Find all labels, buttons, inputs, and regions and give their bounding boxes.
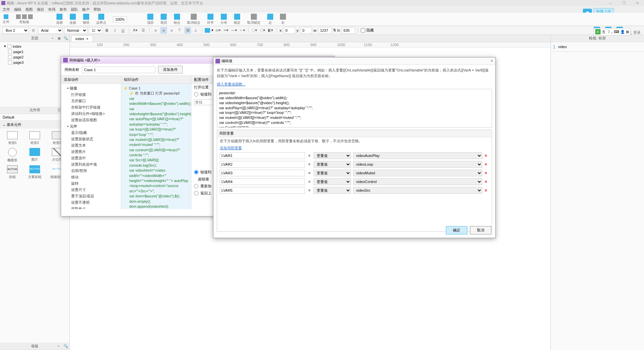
cut-icon[interactable]	[16, 14, 21, 19]
linkurl-radio[interactable]	[194, 170, 198, 174]
add-folder-icon[interactable]: ▣	[57, 36, 62, 41]
menu-help[interactable]: 帮助	[94, 7, 101, 12]
maximize-button[interactable]: ❐	[617, 0, 631, 6]
tool-ungroup[interactable]: 取消组合	[187, 14, 200, 25]
widget-image[interactable]: 图片	[25, 148, 45, 163]
value-dialog-header[interactable]: 编辑值✕	[213, 57, 495, 65]
value-code-editor[interactable]: javascript: var videoWidth=$axure("@vide…	[217, 89, 492, 128]
lvar-type-select[interactable]: 变量值	[314, 152, 351, 159]
add-master-icon[interactable]: +	[57, 344, 62, 349]
line-style-button[interactable]: —▾	[231, 27, 237, 34]
valign-bot-button[interactable]: ⊥	[192, 27, 199, 34]
delete-lvar-icon[interactable]: ✕	[484, 188, 489, 193]
action-set-text[interactable]: 设置文本	[62, 142, 120, 149]
page-page2[interactable]: page2	[1, 54, 68, 60]
weight-select[interactable]: Normal	[64, 27, 88, 34]
widget-ellipse[interactable]: 椭圆形	[3, 148, 22, 163]
reload-radio[interactable]	[194, 184, 198, 188]
delete-lvar-icon[interactable]: ✕	[484, 154, 489, 158]
widget-primary-button[interactable]: BUTTON主要按钮	[25, 165, 45, 179]
action-open-frame[interactable]: 在框架中打开链接	[62, 104, 120, 111]
align-right-button[interactable]: ≡	[168, 27, 175, 34]
menu-file[interactable]: 文件	[3, 7, 10, 12]
lvar-name-input[interactable]	[220, 170, 305, 176]
tool-connect[interactable]: 连接	[69, 14, 76, 25]
lvar-type-select[interactable]: 变量值	[314, 161, 351, 168]
widget-rect1[interactable]: 矩形1	[3, 131, 22, 145]
lvar-value-select[interactable]: videoAutoPlay	[353, 152, 482, 159]
border-button[interactable]: ▭▾	[215, 27, 221, 34]
lvar-name-input[interactable]	[220, 152, 305, 159]
menu-view[interactable]: 视图	[25, 7, 33, 12]
zoom-control[interactable]: 100%	[113, 16, 127, 22]
menu-publish[interactable]: 发布	[59, 7, 67, 12]
action-show-hide[interactable]: 显示/隐藏	[62, 130, 120, 136]
tool-left[interactable]: 左	[267, 14, 273, 25]
tab-index[interactable]: index×	[71, 35, 93, 42]
font-select[interactable]: Arial	[38, 27, 63, 34]
link-radio[interactable]	[194, 92, 198, 97]
master-search-icon[interactable]: 🔍	[63, 344, 68, 349]
tool-align[interactable]: 对齐	[207, 14, 214, 25]
elements-group[interactable]: 元件	[62, 123, 120, 130]
tool-group-btn[interactable]: 组合	[174, 14, 180, 25]
w-input[interactable]	[318, 27, 332, 34]
fill-button[interactable]	[205, 28, 210, 33]
menu-account[interactable]: 账户	[82, 7, 90, 12]
copy-icon[interactable]	[22, 14, 27, 19]
tool-right[interactable]: 右	[280, 14, 286, 25]
lvar-name-input[interactable]	[220, 178, 305, 185]
tool-lock[interactable]: 锁定	[234, 14, 240, 25]
minimize-button[interactable]: —	[604, 0, 617, 6]
lock-aspect-icon[interactable]: ⇅	[333, 28, 336, 32]
lvar-value-select[interactable]: videoControl	[353, 178, 482, 185]
close-button[interactable]: ✕	[631, 0, 644, 6]
ime-icon[interactable]: S	[595, 29, 601, 34]
arrow-button[interactable]: ↔▾	[239, 27, 246, 34]
action-bring-front[interactable]: 置于顶层/底层	[62, 193, 120, 199]
valign-top-button[interactable]: ⊤	[176, 27, 183, 34]
lvar-value-select[interactable]: videoMuted	[353, 170, 482, 176]
add-page-icon[interactable]: +	[51, 36, 56, 41]
action-set-adaptive[interactable]: 设置自适应视图	[62, 117, 120, 123]
shape-select[interactable]: Box 2	[3, 27, 29, 34]
tool-distribute[interactable]: 分布	[220, 14, 227, 25]
page-page3[interactable]: page3	[1, 60, 68, 65]
action-open-link[interactable]: 打开链接	[62, 92, 120, 98]
insert-var-link[interactable]: 插入变量或函数...	[213, 81, 495, 88]
tool-front[interactable]: 顶层	[147, 14, 154, 25]
back-radio[interactable]	[194, 191, 198, 195]
page-index[interactable]: ▾index	[1, 43, 68, 49]
action-enable-disable[interactable]: 启用/禁用	[62, 168, 120, 174]
delete-lvar-icon[interactable]: ✕	[484, 180, 489, 184]
align-center-button[interactable]: ≡	[160, 27, 167, 34]
action-set-image[interactable]: 设置图片	[62, 149, 120, 155]
size-select[interactable]: 13	[89, 27, 102, 34]
menu-team[interactable]: 团队	[71, 7, 78, 12]
menu-project[interactable]: 项目	[37, 7, 44, 12]
collapse-icon[interactable]: ▾	[4, 44, 6, 48]
tool-select[interactable]: 选择	[56, 14, 63, 25]
ok-button[interactable]: 确定	[446, 226, 467, 234]
text-color-button[interactable]: A▾	[132, 27, 139, 34]
action-scroll-anchor[interactable]: 滚动到元件<锚链接>	[62, 111, 120, 117]
library-select[interactable]: Default	[0, 114, 69, 121]
widget-button[interactable]: BUTTON按钮	[3, 165, 22, 179]
italic-button[interactable]: I	[112, 27, 118, 34]
copy-style-icon[interactable]: ⎘	[30, 27, 37, 34]
delete-lvar-icon[interactable]: ✕	[484, 171, 489, 175]
bullets-button[interactable]: ☰	[140, 27, 147, 34]
delete-lvar-icon[interactable]: ✕	[484, 162, 489, 167]
lvar-name-input[interactable]	[220, 161, 305, 168]
tool-pen[interactable]: 钢笔	[83, 14, 90, 25]
library-section[interactable]: ⌄ 基本元件	[0, 121, 69, 129]
lvar-type-select[interactable]: 变量值	[314, 187, 351, 194]
menu-edit[interactable]: 编辑	[14, 7, 21, 12]
h-input[interactable]	[342, 27, 355, 34]
page-page1[interactable]: page1	[1, 49, 68, 54]
action-set-panel[interactable]: 设置面板状态	[62, 136, 120, 142]
lvar-value-select[interactable]: videoSrc	[353, 187, 482, 194]
widget-rect2[interactable]: 矩形2	[25, 131, 45, 145]
add-local-var-link[interactable]: 添加局部变量	[217, 145, 492, 151]
tool-border[interactable]: 边界点	[96, 14, 106, 25]
